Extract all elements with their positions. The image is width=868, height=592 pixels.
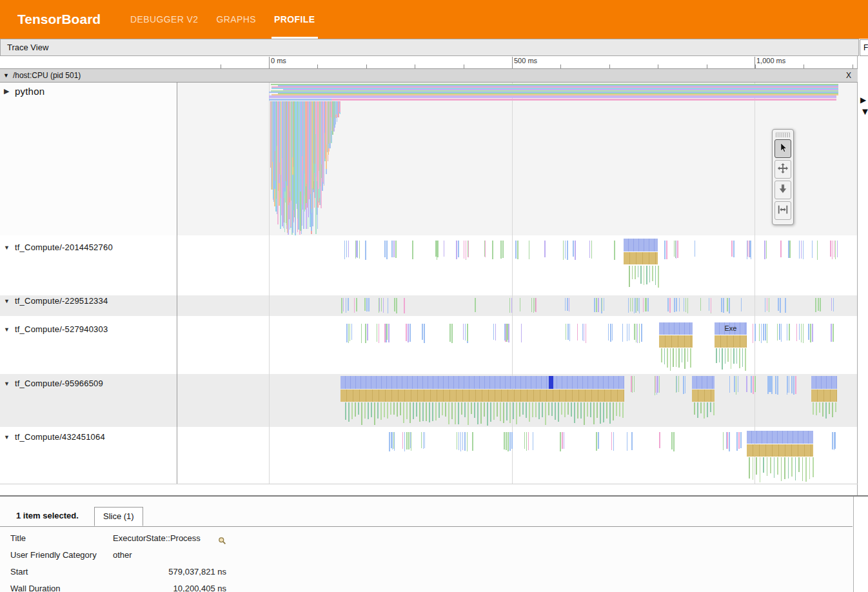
trace-slice[interactable] xyxy=(577,402,578,419)
track-label[interactable]: tf_Compute/-2014452760 xyxy=(15,242,113,252)
trace-slice[interactable] xyxy=(551,402,553,416)
trace-slice[interactable] xyxy=(509,298,510,313)
trace-slice[interactable] xyxy=(567,324,569,340)
trace-slice[interactable] xyxy=(455,402,456,424)
trace-slice[interactable] xyxy=(448,402,449,424)
trace-slice[interactable] xyxy=(542,402,543,417)
trace-slice[interactable] xyxy=(657,376,658,393)
process-header[interactable]: ▼ /host:CPU (pid 501) X xyxy=(0,68,858,83)
trace-slice[interactable] xyxy=(719,348,720,362)
trace-slice[interactable] xyxy=(597,402,598,418)
trace-slice[interactable] xyxy=(377,402,379,419)
trace-slice[interactable] xyxy=(678,376,679,392)
tab-debugger-v2[interactable]: DEBUGGER V2 xyxy=(121,0,208,39)
trace-slice[interactable] xyxy=(381,298,382,311)
trace-slice[interactable] xyxy=(612,324,613,340)
trace-slice[interactable] xyxy=(348,298,349,311)
trace-slice[interactable] xyxy=(408,324,408,342)
trace-slice[interactable] xyxy=(832,241,833,259)
trace-slice[interactable] xyxy=(812,324,813,342)
trace-slice[interactable] xyxy=(765,324,766,340)
trace-slice[interactable] xyxy=(424,324,424,343)
side-dropdown-icon[interactable]: ▼ xyxy=(860,106,868,117)
trace-slice[interactable] xyxy=(763,324,764,340)
trace-slice[interactable] xyxy=(456,241,457,259)
trace-slice[interactable] xyxy=(422,402,424,421)
trace-slice[interactable] xyxy=(571,402,572,417)
trace-slice[interactable] xyxy=(631,432,632,450)
trace-slice[interactable] xyxy=(810,324,811,342)
trace-slice[interactable] xyxy=(673,348,674,367)
trace-slice[interactable] xyxy=(522,402,524,415)
tab-profile[interactable]: PROFILE xyxy=(265,0,324,39)
trace-slice[interactable] xyxy=(426,402,427,421)
trace-slice[interactable] xyxy=(639,324,640,343)
trace-slice[interactable] xyxy=(462,432,463,449)
track-collapse-icon[interactable]: ▼ xyxy=(4,326,15,333)
trace-slice[interactable] xyxy=(747,431,813,444)
trace-slice[interactable] xyxy=(685,376,686,393)
trace-slice[interactable] xyxy=(566,324,566,340)
trace-slice[interactable] xyxy=(738,376,738,392)
trace-slice[interactable] xyxy=(659,376,660,393)
trace-slice[interactable] xyxy=(812,241,813,258)
trace-slice[interactable] xyxy=(374,402,375,425)
trace-slice[interactable] xyxy=(346,324,348,342)
trace-slice[interactable] xyxy=(640,266,642,284)
trace-slice[interactable] xyxy=(457,432,457,449)
trace-slice[interactable] xyxy=(709,298,709,311)
trace-slice[interactable] xyxy=(619,402,620,417)
trace-slice[interactable] xyxy=(799,241,800,259)
trace-slice[interactable] xyxy=(504,324,505,340)
trace-slice[interactable] xyxy=(739,348,740,368)
trace-slice[interactable] xyxy=(361,324,362,343)
trace-slice[interactable] xyxy=(538,402,540,419)
trace-slice[interactable] xyxy=(390,402,391,415)
trace-slice[interactable] xyxy=(365,241,366,260)
trace-slice[interactable] xyxy=(458,241,459,257)
trace-slice[interactable] xyxy=(636,298,636,313)
trace-slice[interactable] xyxy=(451,402,453,419)
trace-slice[interactable] xyxy=(777,376,778,395)
trace-slice[interactable] xyxy=(558,402,559,422)
trace-slice[interactable] xyxy=(817,241,818,260)
trace-slice[interactable] xyxy=(692,376,715,389)
trace-slice[interactable] xyxy=(464,402,466,417)
trace-slice[interactable] xyxy=(723,298,724,313)
trace-slice[interactable] xyxy=(766,241,767,259)
trace-slice[interactable] xyxy=(606,402,607,419)
trace-slice[interactable] xyxy=(608,324,609,340)
trace-slice[interactable] xyxy=(815,298,816,312)
track-canvas-row[interactable] xyxy=(177,295,858,316)
trace-slice[interactable] xyxy=(466,241,466,259)
trace-slice[interactable] xyxy=(829,402,830,414)
trace-slice[interactable] xyxy=(484,241,485,257)
trace-slice[interactable] xyxy=(700,298,701,311)
trace-slice[interactable] xyxy=(834,432,836,449)
trace-slice[interactable] xyxy=(567,298,568,311)
trace-slice[interactable] xyxy=(471,402,472,414)
trace-slice[interactable] xyxy=(736,432,738,451)
trace-slice[interactable] xyxy=(586,324,586,343)
trace-slice[interactable] xyxy=(813,402,814,415)
trace-slice[interactable] xyxy=(704,402,705,419)
trace-slice[interactable] xyxy=(697,402,698,418)
trace-slice[interactable] xyxy=(341,298,342,313)
trace-slice[interactable] xyxy=(736,376,736,395)
trace-slice[interactable] xyxy=(791,457,793,477)
trace-slice[interactable] xyxy=(413,402,414,419)
trace-slice[interactable] xyxy=(659,322,693,335)
trace-slice[interactable] xyxy=(789,241,791,258)
trace-slice[interactable] xyxy=(509,402,511,423)
trace-slice[interactable] xyxy=(484,402,485,417)
trace-slice[interactable] xyxy=(526,402,527,418)
trace-slice[interactable] xyxy=(397,402,398,417)
trace-slice[interactable] xyxy=(561,402,562,415)
trace-slice[interactable] xyxy=(683,376,684,394)
trace-slice[interactable] xyxy=(343,298,344,311)
trace-slice[interactable] xyxy=(622,324,623,342)
trace-slice[interactable] xyxy=(723,432,724,450)
trace-slice[interactable] xyxy=(387,402,388,419)
trace-slice[interactable] xyxy=(388,324,389,342)
zoom-tool-button[interactable] xyxy=(774,181,791,199)
